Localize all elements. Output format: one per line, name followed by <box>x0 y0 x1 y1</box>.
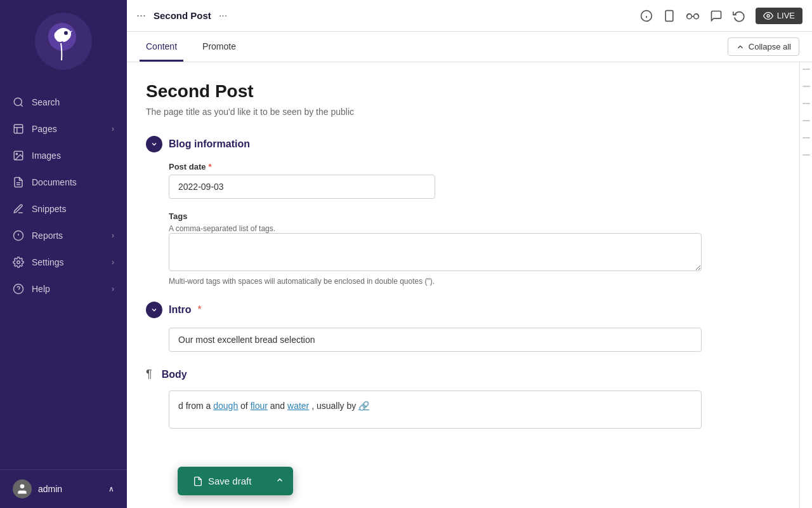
sidebar-item-help[interactable]: Help › <box>0 276 127 302</box>
body-text-1: d from a <box>178 401 211 411</box>
sidebar-item-documents[interactable]: Documents <box>0 169 127 196</box>
save-draft-button[interactable]: Save draft <box>178 467 266 495</box>
comment-icon[interactable] <box>710 10 723 22</box>
svg-rect-18 <box>665 10 673 21</box>
panel-line-3 <box>802 103 810 104</box>
panel-line-2 <box>802 86 810 87</box>
documents-icon <box>13 177 24 188</box>
svg-point-14 <box>20 485 25 489</box>
draft-icon <box>193 476 203 486</box>
chevron-up-icon <box>275 476 284 485</box>
tab-promote[interactable]: Promote <box>196 32 242 62</box>
sidebar-item-label: Documents <box>32 177 77 187</box>
intro-toggle[interactable] <box>146 302 162 318</box>
live-button[interactable]: LIVE <box>756 8 802 24</box>
tags-label: Tags <box>169 211 780 221</box>
username-label: admin <box>38 484 62 494</box>
intro-title: Intro <box>169 304 192 316</box>
body-text-4: , usually by <box>311 401 356 411</box>
chevron-up-icon: ∧ <box>108 485 114 493</box>
eye-icon <box>763 11 773 21</box>
user-avatar-icon <box>16 483 29 495</box>
sidebar-item-pages[interactable]: Pages › <box>0 116 127 142</box>
form-content: Second Post The page title as you'd like… <box>127 62 799 508</box>
body-preview[interactable]: d from a dough of flour and water , <box>169 391 702 429</box>
panel-line-5 <box>802 137 810 138</box>
live-label: LIVE <box>777 11 795 20</box>
tab-content[interactable]: Content <box>140 32 183 62</box>
sidebar-item-label: Reports <box>32 231 63 241</box>
glasses-preview-icon[interactable] <box>686 10 700 22</box>
collapse-all-button[interactable]: Collapse all <box>728 37 799 56</box>
user-profile[interactable]: admin ∧ <box>0 469 127 508</box>
sidebar-item-label: Images <box>32 150 61 161</box>
page-heading: Second Post <box>146 81 780 102</box>
tags-input[interactable] <box>169 233 702 271</box>
pages-icon <box>13 123 24 135</box>
sidebar-item-label: Settings <box>32 257 64 267</box>
svg-point-11 <box>17 261 20 264</box>
page-subtitle: The page title as you'd like it to be se… <box>146 107 780 117</box>
blog-info-section: Blog information Post date * Tags A c <box>146 136 780 286</box>
paragraph-icon: ¶ <box>146 368 152 381</box>
blog-info-title: Blog information <box>169 138 250 150</box>
topbar-actions: LIVE <box>640 8 802 24</box>
body-text-2: of <box>240 401 248 411</box>
chevron-right-icon: › <box>112 124 114 133</box>
mobile-preview-icon[interactable] <box>663 10 676 22</box>
avatar <box>13 479 32 498</box>
save-expand-button[interactable] <box>266 467 293 495</box>
blog-info-header: Blog information <box>146 136 780 152</box>
sidebar-item-settings[interactable]: Settings › <box>0 249 127 276</box>
panel-line-6 <box>802 154 810 156</box>
save-draft-label: Save draft <box>208 476 251 486</box>
sidebar-item-label: Search <box>32 97 60 107</box>
sidebar: Search Pages › Images Documents <box>0 0 127 508</box>
logo-circle <box>35 13 92 70</box>
info-icon[interactable] <box>640 10 653 22</box>
body-link-flour[interactable]: flour <box>251 401 268 411</box>
body-link-more[interactable]: 🔗 <box>358 401 369 411</box>
intro-input[interactable] <box>169 328 702 352</box>
logo-area <box>0 0 127 83</box>
images-icon <box>13 150 24 161</box>
settings-icon <box>13 257 24 268</box>
sidebar-item-label: Help <box>32 284 50 294</box>
panel-line-4 <box>802 120 810 121</box>
svg-rect-3 <box>14 124 23 133</box>
post-date-label-text: Post date <box>169 162 206 171</box>
sidebar-item-images[interactable]: Images <box>0 142 127 169</box>
breadcrumb-icon[interactable]: ··· <box>136 9 146 22</box>
intro-header: Intro * <box>146 302 780 318</box>
body-title: Body <box>162 369 187 380</box>
svg-point-22 <box>767 15 769 17</box>
reports-icon <box>13 230 24 241</box>
sidebar-item-snippets[interactable]: Snippets <box>0 196 127 222</box>
save-bar: Save draft <box>178 467 293 495</box>
collapse-label: Collapse all <box>749 42 791 51</box>
svg-point-2 <box>14 98 22 105</box>
history-icon[interactable] <box>733 10 745 22</box>
sidebar-item-search[interactable]: Search <box>0 89 127 116</box>
body-link-dough[interactable]: dough <box>213 401 238 411</box>
chevron-right-icon: › <box>112 258 114 267</box>
intro-section: Intro * <box>146 302 780 352</box>
more-options-icon[interactable]: ··· <box>219 10 227 22</box>
sidebar-item-reports[interactable]: Reports › <box>0 222 127 249</box>
body-fields: d from a dough of flour and water , <box>146 391 780 429</box>
collapse-icon <box>736 43 745 51</box>
blog-info-toggle[interactable] <box>146 136 162 152</box>
post-date-label: Post date * <box>169 162 780 171</box>
help-icon <box>13 283 24 295</box>
tabs-row: Content Promote Collapse all <box>127 32 812 62</box>
chevron-down-icon <box>150 140 158 148</box>
body-link-water[interactable]: water <box>287 401 309 411</box>
chevron-down-icon <box>150 306 158 314</box>
body-header: ¶ Body <box>146 368 780 381</box>
body-text-3: and <box>270 401 285 411</box>
main-area: ··· Second Post ··· <box>127 0 812 508</box>
panel-line-1 <box>802 69 810 70</box>
required-star: * <box>209 162 212 171</box>
sidebar-item-label: Snippets <box>32 204 66 214</box>
post-date-input[interactable] <box>169 175 435 199</box>
